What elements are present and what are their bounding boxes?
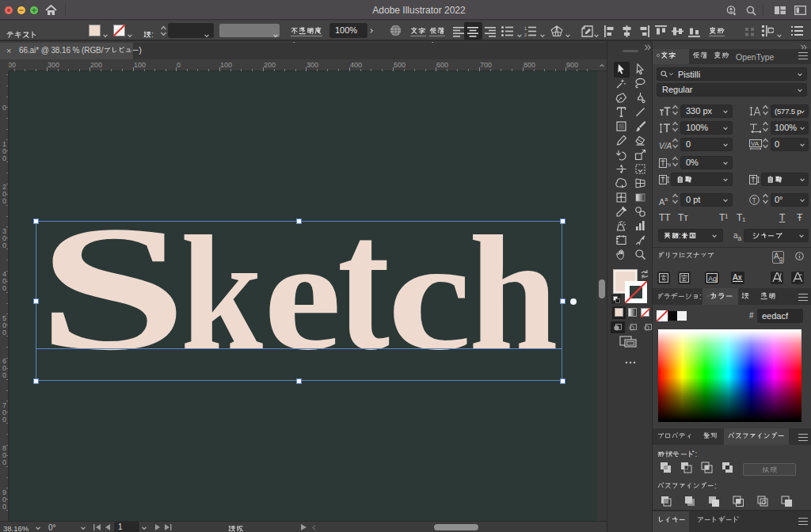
svg-text:1: 1: [524, 26, 527, 31]
svg-text:T: T: [752, 196, 756, 204]
svg-text:%: %: [668, 162, 672, 168]
svg-text:Ax: Ax: [733, 273, 742, 282]
svg-text:VA: VA: [751, 140, 760, 147]
svg-text:2: 2: [524, 32, 527, 37]
svg-text:Ag: Ag: [708, 275, 717, 283]
